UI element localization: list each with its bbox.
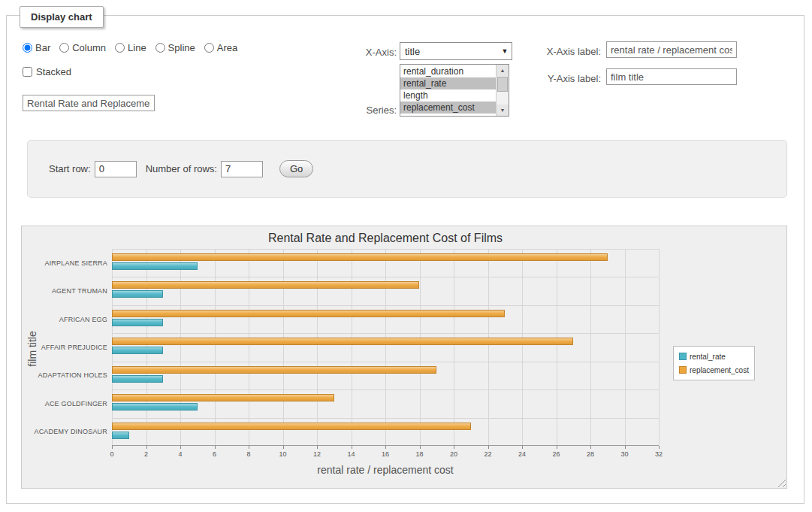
chart-title: Rental Rate and Replacement Cost of Film… xyxy=(112,232,659,245)
chart-type-radio-group: BarColumnLineSplineArea xyxy=(23,42,237,53)
stacked-checkbox[interactable] xyxy=(23,67,32,77)
tick-mark xyxy=(420,446,421,449)
tick-mark xyxy=(249,446,249,449)
gridline xyxy=(420,249,421,445)
series-option-rental_duration[interactable]: rental_duration xyxy=(400,65,496,77)
tick-mark xyxy=(522,446,523,449)
x-tick-label: 4 xyxy=(169,450,192,458)
chart-type-option-line[interactable]: Line xyxy=(115,42,146,53)
x-axis-select[interactable]: title ▼ xyxy=(400,42,512,60)
go-button[interactable]: Go xyxy=(279,160,313,177)
x-axis-label-caption: X-Axis label: xyxy=(529,46,601,57)
gridline xyxy=(590,249,591,445)
gridline xyxy=(112,362,659,362)
chart-type-option-area[interactable]: Area xyxy=(204,42,237,53)
x-axis-label-input[interactable] xyxy=(606,41,737,58)
gridline xyxy=(522,249,523,445)
x-tick-label: 26 xyxy=(545,450,568,458)
x-axis-select-label: X-Axis: xyxy=(337,47,397,58)
chart-type-option-bar[interactable]: Bar xyxy=(23,42,50,53)
tick-mark xyxy=(317,446,318,449)
stacked-label: Stacked xyxy=(36,66,71,77)
category-label: ADAPTATION HOLES xyxy=(25,371,107,379)
chart-type-radio-area[interactable] xyxy=(204,43,214,53)
tick-mark xyxy=(385,446,386,449)
chart-type-radio-line[interactable] xyxy=(115,43,125,53)
chart-legend: rental_ratereplacement_cost xyxy=(673,346,755,380)
series-list-label: Series: xyxy=(337,105,397,116)
gridline xyxy=(112,333,659,334)
tick-mark xyxy=(146,446,147,449)
bar-replacement_cost xyxy=(112,253,608,261)
bar-replacement_cost xyxy=(112,394,334,401)
gridline xyxy=(180,249,181,445)
gridline xyxy=(625,249,626,445)
tick-mark xyxy=(488,446,489,449)
series-listbox-items: rental_durationrental_ratelengthreplacem… xyxy=(400,65,496,114)
x-tick-label: 22 xyxy=(477,450,500,458)
chart-type-radio-spline[interactable] xyxy=(155,43,165,53)
chart-type-radio-label: Column xyxy=(72,42,106,53)
series-listbox: rental_durationrental_ratelengthreplacem… xyxy=(400,64,509,117)
chart-plot-area: 02468101214161820222426283032 xyxy=(112,249,659,446)
x-tick-label: 8 xyxy=(237,450,260,458)
legend-swatch xyxy=(679,353,687,360)
start-row-input[interactable] xyxy=(95,161,137,177)
chart: Rental Rate and Replacement Cost of Film… xyxy=(21,226,787,489)
series-option-length[interactable]: length xyxy=(400,89,496,101)
stacked-option[interactable]: Stacked xyxy=(23,66,71,77)
tick-mark xyxy=(454,446,454,449)
bar-replacement_cost xyxy=(112,310,505,317)
bar-rental_rate xyxy=(112,432,129,439)
chart-type-option-column[interactable]: Column xyxy=(59,42,106,53)
chart-type-option-spline[interactable]: Spline xyxy=(155,42,195,53)
x-axis-select-value: title xyxy=(400,46,498,57)
gridline xyxy=(385,249,386,445)
series-option-rental_rate[interactable]: rental_rate xyxy=(400,77,496,89)
gridline xyxy=(352,249,352,445)
number-of-rows-input[interactable] xyxy=(221,161,263,177)
bar-rental_rate xyxy=(112,375,163,383)
chart-type-radio-bar[interactable] xyxy=(23,43,32,53)
x-tick-label: 24 xyxy=(511,450,533,458)
number-of-rows-label: Number of rows: xyxy=(146,163,217,174)
y-axis-label-input[interactable] xyxy=(606,68,737,85)
gridline xyxy=(317,249,318,445)
gridline xyxy=(454,249,454,445)
x-tick-label: 16 xyxy=(374,450,397,458)
x-tick-label: 14 xyxy=(340,450,363,458)
gridline xyxy=(659,249,660,445)
scroll-down-button[interactable]: ▼ xyxy=(497,105,509,116)
tick-mark xyxy=(112,446,113,449)
chart-type-radio-label: Line xyxy=(128,42,146,53)
gridline xyxy=(112,389,659,390)
chart-title-input[interactable] xyxy=(23,95,155,111)
x-tick-label: 18 xyxy=(409,450,431,458)
start-row-label: Start row: xyxy=(49,163,91,174)
gridline xyxy=(215,249,216,445)
chart-resize-handle[interactable] xyxy=(776,477,786,487)
legend-item-rental_rate[interactable]: rental_rate xyxy=(679,350,749,363)
tick-mark xyxy=(215,446,216,449)
gridline xyxy=(112,305,659,306)
bar-rental_rate xyxy=(112,290,163,298)
series-option-replacement_cost[interactable]: replacement_cost xyxy=(400,101,496,114)
fieldset-legend: Display chart xyxy=(20,6,104,28)
category-label: ACADEMY DINOSAUR xyxy=(25,428,107,435)
bar-replacement_cost xyxy=(112,366,436,374)
gridline xyxy=(112,277,659,277)
x-tick-label: 20 xyxy=(442,450,465,458)
tick-mark xyxy=(180,446,181,449)
scroll-up-button[interactable]: ▲ xyxy=(497,65,509,76)
chart-type-radio-column[interactable] xyxy=(59,43,69,53)
chart-type-radio-label: Spline xyxy=(168,42,195,53)
tick-mark xyxy=(659,446,660,449)
tick-mark xyxy=(590,446,591,449)
legend-item-replacement_cost[interactable]: replacement_cost xyxy=(679,363,749,377)
gridline xyxy=(283,249,284,445)
scrollbar-thumb[interactable] xyxy=(497,77,508,92)
category-label: AFFAIR PREJUDICE xyxy=(25,344,107,351)
category-label: ACE GOLDFINGER xyxy=(25,400,107,407)
x-tick-label: 12 xyxy=(306,450,328,458)
tick-mark xyxy=(352,446,352,449)
